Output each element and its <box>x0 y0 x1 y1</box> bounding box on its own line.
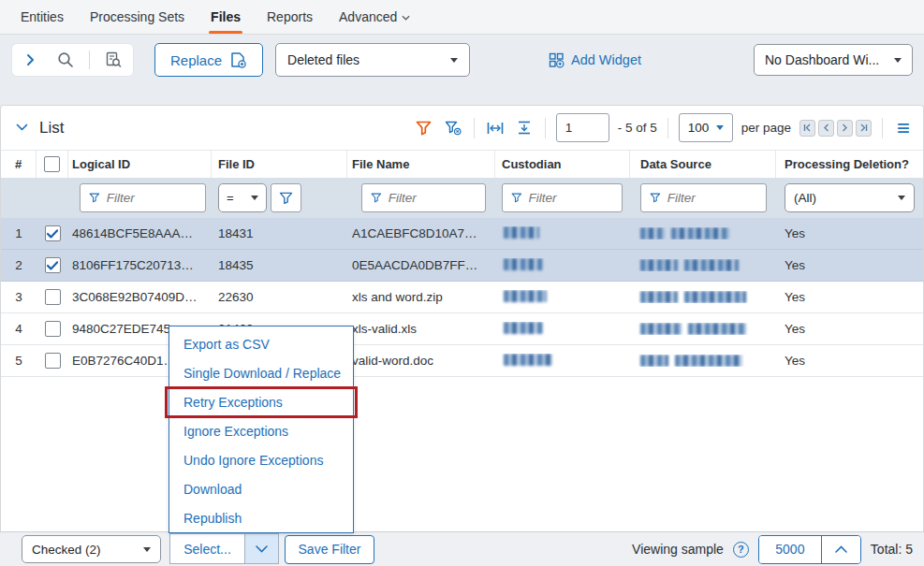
funnel-icon <box>89 192 100 204</box>
fit-column-width-icon[interactable] <box>485 118 506 138</box>
mass-action-split-button: Select... <box>169 533 279 564</box>
sample-size-input[interactable] <box>759 536 821 563</box>
search-icon[interactable] <box>55 50 76 70</box>
table-row[interactable]: 28106FF175C20713…184350E5AACDA0DB7FF…Yes <box>1 250 923 282</box>
tab-label: Reports <box>267 9 313 24</box>
table-row[interactable]: 5E0B7276C40D1…valid-word.docYes <box>1 345 923 377</box>
tab-label: Entities <box>21 9 64 24</box>
row-checkbox[interactable] <box>45 353 61 369</box>
view-selector-dropdown[interactable]: Deleted files <box>275 43 470 77</box>
column-header-data-source[interactable]: Data Source <box>630 151 776 178</box>
tab-reports[interactable]: Reports <box>254 0 326 34</box>
top-nav-bar: Entities Processing Sets Files Reports A… <box>0 0 924 35</box>
processing-deletion-cell: Yes <box>776 354 923 368</box>
deletion-filter-dropdown[interactable]: (All) <box>785 183 915 212</box>
menu-item-single-download-replace[interactable]: Single Download / Replace <box>169 359 353 388</box>
caret-down-icon <box>898 196 905 200</box>
data-source-cell-redacted <box>630 323 776 335</box>
tab-label: Advanced <box>339 9 397 24</box>
row-checkbox[interactable] <box>45 257 61 273</box>
select-action-chevron-button[interactable] <box>245 533 279 564</box>
menu-item-download[interactable]: Download <box>169 475 353 504</box>
column-header-logical-id[interactable]: Logical ID <box>68 151 212 178</box>
logical-id-filter[interactable] <box>80 183 206 212</box>
replace-button[interactable]: Replace <box>154 43 263 77</box>
column-header-custodian[interactable]: Custodian <box>495 151 630 178</box>
saved-search-icon[interactable] <box>103 50 124 70</box>
select-action-button[interactable]: Select... <box>169 533 245 564</box>
dashboard-selector-dropdown[interactable]: No Dashboard Wi... <box>754 44 913 76</box>
column-header-processing-deletion[interactable]: Processing Deletion? <box>776 151 923 178</box>
caret-down-icon <box>450 58 458 63</box>
row-checkbox[interactable] <box>45 321 61 337</box>
scope-selector-value: Checked (2) <box>32 543 101 557</box>
add-widget-label: Add Widget <box>571 52 641 67</box>
logical-id-cell: 3C068E92B07409D… <box>68 290 212 304</box>
data-source-filter-input[interactable] <box>667 191 757 205</box>
custodian-filter-input[interactable] <box>529 191 613 205</box>
collapse-section-icon[interactable] <box>16 123 28 132</box>
dashboard-selector-value: No Dashboard Wi... <box>765 52 879 67</box>
custodian-filter[interactable] <box>502 183 623 212</box>
table-header-row: # Logical ID File ID File Name Custodian… <box>1 150 923 178</box>
funnel-icon <box>650 192 661 204</box>
tab-files[interactable]: Files <box>198 0 254 34</box>
prev-page-button[interactable] <box>818 120 834 137</box>
table-row[interactable]: 49480C27EDE745…21463xls-valid.xlsYes <box>1 313 923 345</box>
page-size-dropdown[interactable]: 100 <box>679 113 733 142</box>
processing-deletion-cell: Yes <box>776 322 923 336</box>
list-title: List <box>39 119 64 138</box>
logical-id-filter-input[interactable] <box>107 191 197 205</box>
select-all-checkbox[interactable] <box>44 156 60 172</box>
scope-selector-dropdown[interactable]: Checked (2) <box>22 535 161 563</box>
row-checkbox[interactable] <box>45 225 61 241</box>
custodian-cell-redacted <box>495 226 630 241</box>
chevron-down-icon <box>402 14 410 22</box>
tab-label: Files <box>211 9 241 24</box>
divider <box>474 118 475 138</box>
divider <box>545 118 546 138</box>
column-header-file-id[interactable]: File ID <box>212 151 347 178</box>
column-header-num: # <box>1 151 37 178</box>
column-header-file-name[interactable]: File Name <box>347 151 495 178</box>
help-icon[interactable]: ? <box>733 542 749 558</box>
data-source-filter[interactable] <box>640 183 767 212</box>
file-name-filter[interactable] <box>361 183 486 212</box>
first-page-button[interactable] <box>799 120 815 137</box>
list-controls: - 5 of 5 100 per page ≡ <box>414 113 910 142</box>
collapse-rows-icon[interactable] <box>514 118 535 138</box>
processing-deletion-cell: Yes <box>776 226 923 240</box>
caret-down-icon <box>894 58 902 63</box>
menu-item-export-as-csv[interactable]: Export as CSV <box>169 330 353 359</box>
replace-label: Replace <box>170 52 222 68</box>
tab-advanced[interactable]: Advanced <box>326 0 423 34</box>
page-number-input[interactable] <box>556 113 609 142</box>
menu-item-undo-ignore-exceptions[interactable]: Undo Ignore Exceptions <box>169 446 353 475</box>
toolbar: Replace Deleted files Add Widget No Dash… <box>0 36 924 84</box>
file-name-filter-input[interactable] <box>389 191 477 205</box>
file-id-filter-button[interactable] <box>271 183 301 212</box>
table-row[interactable]: 33C068E92B07409D…22630xls and word.zipYe… <box>1 282 923 313</box>
menu-item-ignore-exceptions[interactable]: Ignore Exceptions <box>169 417 353 446</box>
tab-processing-sets[interactable]: Processing Sets <box>77 0 198 34</box>
sample-size-control <box>758 535 861 564</box>
save-filter-button[interactable]: Save Filter <box>285 535 374 564</box>
list-menu-icon[interactable]: ≡ <box>897 117 910 139</box>
chevron-up-icon <box>835 545 847 553</box>
last-page-button[interactable] <box>856 120 872 137</box>
filter-toggle-icon[interactable] <box>414 118 434 138</box>
funnel-icon <box>371 192 382 204</box>
table-row[interactable]: 148614BCF5E8AAA…18431A1CAEBFC8D10A7…Yes <box>1 218 923 250</box>
expand-panel-icon[interactable] <box>22 50 42 70</box>
row-checkbox[interactable] <box>45 289 61 305</box>
next-page-button[interactable] <box>837 120 853 137</box>
add-widget-button[interactable]: Add Widget <box>549 52 641 68</box>
menu-item-republish[interactable]: Republish <box>169 504 353 533</box>
clear-filters-icon[interactable] <box>443 118 463 138</box>
sample-size-increase-button[interactable] <box>821 536 860 563</box>
menu-item-retry-exceptions[interactable]: Retry Exceptions <box>169 388 353 417</box>
file-id-operator-dropdown[interactable]: = <box>218 183 267 212</box>
funnel-icon <box>511 192 522 204</box>
tab-entities[interactable]: Entities <box>7 0 77 34</box>
operator-value: = <box>227 191 234 205</box>
